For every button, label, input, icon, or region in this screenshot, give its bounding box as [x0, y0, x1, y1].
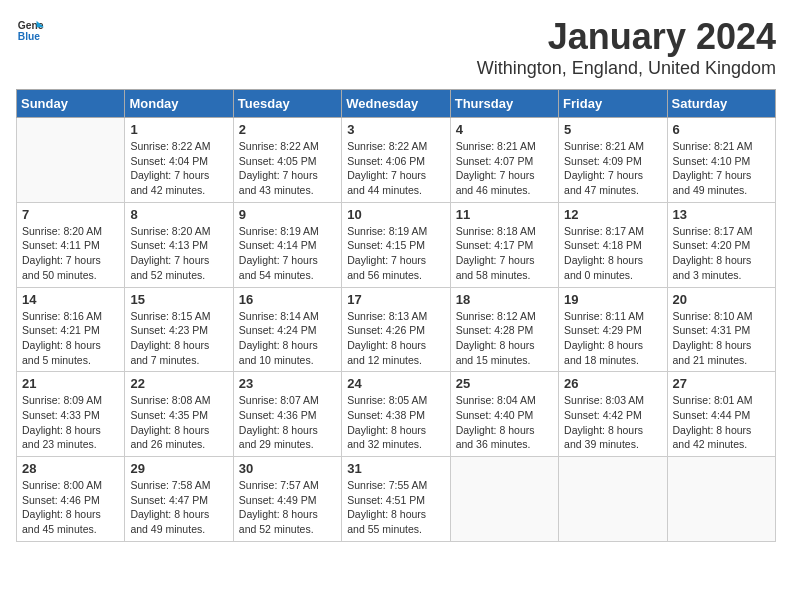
day-number: 2 [239, 122, 336, 137]
calendar-cell: 22Sunrise: 8:08 AMSunset: 4:35 PMDayligh… [125, 372, 233, 457]
calendar-cell: 19Sunrise: 8:11 AMSunset: 4:29 PMDayligh… [559, 287, 667, 372]
day-info: Sunrise: 8:04 AMSunset: 4:40 PMDaylight:… [456, 393, 553, 452]
weekday-header-tuesday: Tuesday [233, 90, 341, 118]
day-info: Sunrise: 8:11 AMSunset: 4:29 PMDaylight:… [564, 309, 661, 368]
day-info: Sunrise: 8:03 AMSunset: 4:42 PMDaylight:… [564, 393, 661, 452]
day-number: 28 [22, 461, 119, 476]
calendar-cell: 11Sunrise: 8:18 AMSunset: 4:17 PMDayligh… [450, 202, 558, 287]
day-number: 4 [456, 122, 553, 137]
day-info: Sunrise: 8:21 AMSunset: 4:10 PMDaylight:… [673, 139, 770, 198]
calendar-cell: 18Sunrise: 8:12 AMSunset: 4:28 PMDayligh… [450, 287, 558, 372]
calendar-cell: 30Sunrise: 7:57 AMSunset: 4:49 PMDayligh… [233, 457, 341, 542]
calendar-cell: 24Sunrise: 8:05 AMSunset: 4:38 PMDayligh… [342, 372, 450, 457]
day-info: Sunrise: 8:09 AMSunset: 4:33 PMDaylight:… [22, 393, 119, 452]
day-info: Sunrise: 8:13 AMSunset: 4:26 PMDaylight:… [347, 309, 444, 368]
day-info: Sunrise: 8:17 AMSunset: 4:18 PMDaylight:… [564, 224, 661, 283]
day-number: 16 [239, 292, 336, 307]
day-info: Sunrise: 8:07 AMSunset: 4:36 PMDaylight:… [239, 393, 336, 452]
day-info: Sunrise: 8:08 AMSunset: 4:35 PMDaylight:… [130, 393, 227, 452]
calendar-cell: 25Sunrise: 8:04 AMSunset: 4:40 PMDayligh… [450, 372, 558, 457]
day-info: Sunrise: 8:21 AMSunset: 4:09 PMDaylight:… [564, 139, 661, 198]
day-number: 1 [130, 122, 227, 137]
day-info: Sunrise: 8:19 AMSunset: 4:15 PMDaylight:… [347, 224, 444, 283]
calendar-cell: 23Sunrise: 8:07 AMSunset: 4:36 PMDayligh… [233, 372, 341, 457]
calendar-cell: 7Sunrise: 8:20 AMSunset: 4:11 PMDaylight… [17, 202, 125, 287]
calendar-cell: 17Sunrise: 8:13 AMSunset: 4:26 PMDayligh… [342, 287, 450, 372]
day-number: 7 [22, 207, 119, 222]
calendar-cell [450, 457, 558, 542]
day-number: 24 [347, 376, 444, 391]
week-row-4: 21Sunrise: 8:09 AMSunset: 4:33 PMDayligh… [17, 372, 776, 457]
day-info: Sunrise: 8:00 AMSunset: 4:46 PMDaylight:… [22, 478, 119, 537]
day-info: Sunrise: 7:55 AMSunset: 4:51 PMDaylight:… [347, 478, 444, 537]
day-number: 13 [673, 207, 770, 222]
calendar-cell: 12Sunrise: 8:17 AMSunset: 4:18 PMDayligh… [559, 202, 667, 287]
calendar-cell: 5Sunrise: 8:21 AMSunset: 4:09 PMDaylight… [559, 118, 667, 203]
day-info: Sunrise: 8:22 AMSunset: 4:06 PMDaylight:… [347, 139, 444, 198]
day-number: 11 [456, 207, 553, 222]
calendar-cell: 1Sunrise: 8:22 AMSunset: 4:04 PMDaylight… [125, 118, 233, 203]
day-number: 29 [130, 461, 227, 476]
calendar-cell: 4Sunrise: 8:21 AMSunset: 4:07 PMDaylight… [450, 118, 558, 203]
day-number: 23 [239, 376, 336, 391]
day-number: 27 [673, 376, 770, 391]
day-info: Sunrise: 8:17 AMSunset: 4:20 PMDaylight:… [673, 224, 770, 283]
day-number: 17 [347, 292, 444, 307]
day-number: 26 [564, 376, 661, 391]
day-info: Sunrise: 8:22 AMSunset: 4:05 PMDaylight:… [239, 139, 336, 198]
day-info: Sunrise: 7:58 AMSunset: 4:47 PMDaylight:… [130, 478, 227, 537]
weekday-header-monday: Monday [125, 90, 233, 118]
day-number: 20 [673, 292, 770, 307]
week-row-1: 1Sunrise: 8:22 AMSunset: 4:04 PMDaylight… [17, 118, 776, 203]
day-number: 5 [564, 122, 661, 137]
calendar-cell: 3Sunrise: 8:22 AMSunset: 4:06 PMDaylight… [342, 118, 450, 203]
calendar-table: SundayMondayTuesdayWednesdayThursdayFrid… [16, 89, 776, 542]
weekday-header-row: SundayMondayTuesdayWednesdayThursdayFrid… [17, 90, 776, 118]
day-info: Sunrise: 8:05 AMSunset: 4:38 PMDaylight:… [347, 393, 444, 452]
location-title: Withington, England, United Kingdom [477, 58, 776, 79]
day-info: Sunrise: 7:57 AMSunset: 4:49 PMDaylight:… [239, 478, 336, 537]
day-number: 6 [673, 122, 770, 137]
day-number: 25 [456, 376, 553, 391]
calendar-cell: 29Sunrise: 7:58 AMSunset: 4:47 PMDayligh… [125, 457, 233, 542]
week-row-3: 14Sunrise: 8:16 AMSunset: 4:21 PMDayligh… [17, 287, 776, 372]
weekday-header-friday: Friday [559, 90, 667, 118]
calendar-cell: 31Sunrise: 7:55 AMSunset: 4:51 PMDayligh… [342, 457, 450, 542]
calendar-cell: 27Sunrise: 8:01 AMSunset: 4:44 PMDayligh… [667, 372, 775, 457]
header: General Blue January 2024 Withington, En… [16, 16, 776, 79]
calendar-cell [17, 118, 125, 203]
day-info: Sunrise: 8:20 AMSunset: 4:11 PMDaylight:… [22, 224, 119, 283]
day-info: Sunrise: 8:14 AMSunset: 4:24 PMDaylight:… [239, 309, 336, 368]
day-number: 9 [239, 207, 336, 222]
day-number: 14 [22, 292, 119, 307]
day-number: 8 [130, 207, 227, 222]
weekday-header-saturday: Saturday [667, 90, 775, 118]
calendar-cell: 14Sunrise: 8:16 AMSunset: 4:21 PMDayligh… [17, 287, 125, 372]
day-number: 19 [564, 292, 661, 307]
weekday-header-wednesday: Wednesday [342, 90, 450, 118]
day-number: 30 [239, 461, 336, 476]
day-info: Sunrise: 8:21 AMSunset: 4:07 PMDaylight:… [456, 139, 553, 198]
week-row-5: 28Sunrise: 8:00 AMSunset: 4:46 PMDayligh… [17, 457, 776, 542]
calendar-cell: 13Sunrise: 8:17 AMSunset: 4:20 PMDayligh… [667, 202, 775, 287]
day-info: Sunrise: 8:12 AMSunset: 4:28 PMDaylight:… [456, 309, 553, 368]
day-number: 18 [456, 292, 553, 307]
calendar-cell: 16Sunrise: 8:14 AMSunset: 4:24 PMDayligh… [233, 287, 341, 372]
day-info: Sunrise: 8:01 AMSunset: 4:44 PMDaylight:… [673, 393, 770, 452]
day-info: Sunrise: 8:19 AMSunset: 4:14 PMDaylight:… [239, 224, 336, 283]
day-number: 3 [347, 122, 444, 137]
svg-text:Blue: Blue [18, 31, 41, 42]
day-number: 31 [347, 461, 444, 476]
day-info: Sunrise: 8:18 AMSunset: 4:17 PMDaylight:… [456, 224, 553, 283]
calendar-cell: 28Sunrise: 8:00 AMSunset: 4:46 PMDayligh… [17, 457, 125, 542]
calendar-cell: 9Sunrise: 8:19 AMSunset: 4:14 PMDaylight… [233, 202, 341, 287]
calendar-cell: 10Sunrise: 8:19 AMSunset: 4:15 PMDayligh… [342, 202, 450, 287]
calendar-cell: 2Sunrise: 8:22 AMSunset: 4:05 PMDaylight… [233, 118, 341, 203]
day-info: Sunrise: 8:22 AMSunset: 4:04 PMDaylight:… [130, 139, 227, 198]
calendar-cell: 21Sunrise: 8:09 AMSunset: 4:33 PMDayligh… [17, 372, 125, 457]
logo-icon: General Blue [16, 16, 44, 44]
calendar-cell [667, 457, 775, 542]
day-info: Sunrise: 8:15 AMSunset: 4:23 PMDaylight:… [130, 309, 227, 368]
day-info: Sunrise: 8:16 AMSunset: 4:21 PMDaylight:… [22, 309, 119, 368]
calendar-cell: 15Sunrise: 8:15 AMSunset: 4:23 PMDayligh… [125, 287, 233, 372]
